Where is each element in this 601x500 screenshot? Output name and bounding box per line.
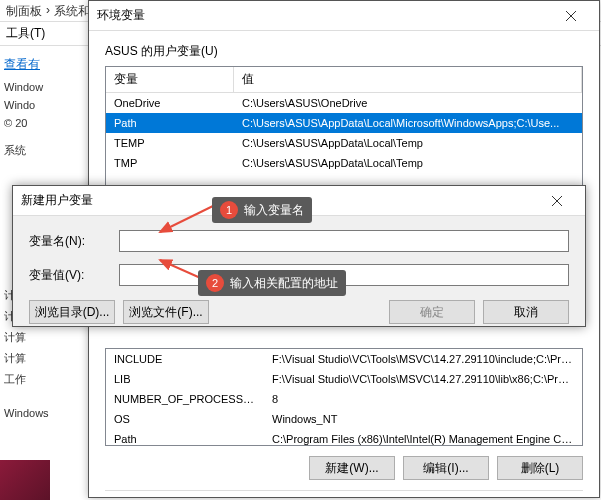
menu-tools[interactable]: 工具(T) [6, 26, 45, 40]
cell-value: Windows_NT [264, 411, 582, 427]
annotation-text-1: 输入变量名 [244, 202, 304, 219]
table-row[interactable]: NUMBER_OF_PROCESSORS8 [106, 389, 582, 409]
table-row[interactable]: LIBF:\Visual Studio\VC\Tools\MSVC\14.27.… [106, 369, 582, 389]
breadcrumb-panel[interactable]: 制面板 [6, 3, 42, 18]
windows-label: Windows [4, 407, 78, 419]
env-title: 环境变量 [97, 7, 145, 24]
annotation-2: 2 输入相关配置的地址 [198, 270, 346, 296]
sys-btn-row: 新建(W)... 编辑(I)... 删除(L) [89, 446, 599, 490]
close-icon[interactable] [537, 187, 577, 215]
table-row[interactable]: OneDriveC:\Users\ASUS\OneDrive [106, 93, 582, 113]
sys-vars-table: INCLUDEF:\Visual Studio\VC\Tools\MSVC\14… [105, 348, 583, 446]
computer-l2: 计算 [4, 330, 78, 345]
col-value[interactable]: 值 [234, 67, 582, 92]
decorative-strip [0, 460, 50, 500]
dialog-btn-row: 确定 取消 [89, 491, 599, 500]
copyright: © 20 [4, 117, 78, 129]
var-value-label: 变量值(V): [29, 267, 109, 284]
cell-name: INCLUDE [106, 351, 264, 367]
var-name-label: 变量名(N): [29, 233, 109, 250]
browse-file-button[interactable]: 浏览文件(F)... [123, 300, 209, 324]
table-header: 变量 值 [106, 67, 582, 93]
chevron-right-icon: › [46, 3, 50, 18]
cell-name: NUMBER_OF_PROCESSORS [106, 391, 264, 407]
annotation-1: 1 输入变量名 [212, 197, 312, 223]
user-vars-table: 变量 值 OneDriveC:\Users\ASUS\OneDrivePathC… [105, 66, 583, 200]
close-icon[interactable] [551, 2, 591, 30]
annotation-text-2: 输入相关配置的地址 [230, 275, 338, 292]
table-row[interactable]: OSWindows_NT [106, 409, 582, 429]
new-button[interactable]: 新建(W)... [309, 456, 395, 480]
work-label: 工作 [4, 372, 78, 387]
cell-value: C:\Program Files (x86)\Intel\Intel(R) Ma… [264, 431, 582, 446]
cell-value: C:\Users\ASUS\AppData\Local\Temp [234, 155, 582, 171]
svg-line-1 [160, 205, 215, 232]
col-name[interactable]: 变量 [106, 67, 234, 92]
edit-button[interactable]: 编辑(I)... [403, 456, 489, 480]
user-vars-label: ASUS 的用户变量(U) [89, 31, 599, 66]
cell-name: OS [106, 411, 264, 427]
annotation-badge-1: 1 [220, 201, 238, 219]
annotation-badge-2: 2 [206, 274, 224, 292]
cell-name: OneDrive [106, 95, 234, 111]
arrow-1 [150, 200, 220, 240]
cancel-button[interactable]: 取消 [483, 300, 569, 324]
env-titlebar: 环境变量 [89, 1, 599, 31]
browse-dir-button[interactable]: 浏览目录(D)... [29, 300, 115, 324]
table-row[interactable]: PathC:\Users\ASUS\AppData\Local\Microsof… [106, 113, 582, 133]
win-label2: Windo [4, 99, 78, 111]
cell-name: Path [106, 431, 264, 446]
cell-value: 8 [264, 391, 582, 407]
cell-value: C:\Users\ASUS\OneDrive [234, 95, 582, 111]
table-row[interactable]: PathC:\Program Files (x86)\Intel\Intel(R… [106, 429, 582, 446]
cell-value: F:\Visual Studio\VC\Tools\MSVC\14.27.291… [264, 351, 582, 367]
cell-value: C:\Users\ASUS\AppData\Local\Temp [234, 135, 582, 151]
cell-name: TEMP [106, 135, 234, 151]
cell-value: F:\Visual Studio\VC\Tools\MSVC\14.27.291… [264, 371, 582, 387]
cell-name: LIB [106, 371, 264, 387]
ok-button[interactable]: 确定 [389, 300, 475, 324]
win-label: Window [4, 81, 78, 93]
new-var-title: 新建用户变量 [21, 192, 93, 209]
see-all-link[interactable]: 查看有 [4, 56, 78, 73]
cell-name: Path [106, 115, 234, 131]
table-row[interactable]: INCLUDEF:\Visual Studio\VC\Tools\MSVC\14… [106, 349, 582, 369]
cell-name: TMP [106, 155, 234, 171]
cell-value: C:\Users\ASUS\AppData\Local\Microsoft\Wi… [234, 115, 582, 131]
computer-l3: 计算 [4, 351, 78, 366]
table-row[interactable]: TMPC:\Users\ASUS\AppData\Local\Temp [106, 153, 582, 173]
delete-button[interactable]: 删除(L) [497, 456, 583, 480]
table-row[interactable]: TEMPC:\Users\ASUS\AppData\Local\Temp [106, 133, 582, 153]
sys-label: 系统 [4, 143, 78, 158]
